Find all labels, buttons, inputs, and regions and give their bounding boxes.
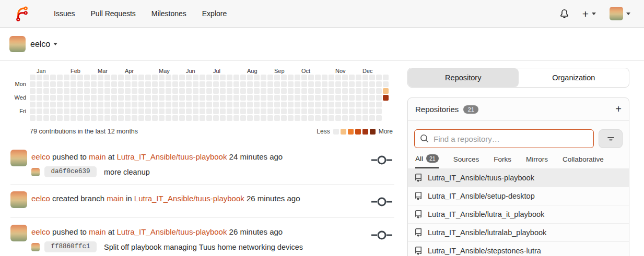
tab-organization[interactable]: Organization: [519, 68, 629, 87]
feed-item: eelco pushed to main at Lutra_IT_Ansible…: [10, 143, 394, 184]
add-repository-button[interactable]: +: [615, 103, 622, 115]
heatmap-cell: [71, 108, 76, 114]
tab-repository[interactable]: Repository: [408, 68, 519, 87]
actor-link[interactable]: eelco: [31, 227, 50, 236]
heatmap-cell: [152, 81, 158, 87]
commit-message: more cleanup: [104, 168, 150, 176]
repo-search-input[interactable]: [415, 135, 593, 143]
heatmap-cell: [335, 95, 341, 101]
username-dropdown[interactable]: eelco: [30, 40, 57, 49]
repo-list-item[interactable]: Lutra_IT_Ansible/stepstones-lutra: [408, 241, 629, 256]
nav-link-milestones[interactable]: Milestones: [144, 0, 194, 28]
repo-link[interactable]: Lutra_IT_Ansible/tuus-playbook: [116, 152, 227, 161]
heatmap-month-labels: JanFebMarAprMayJunJulAugSepOctNovDec: [30, 68, 394, 74]
commit-hash-link[interactable]: da6f0ce639: [44, 166, 97, 177]
repo-list-item[interactable]: Lutra_IT_Ansible/lutralab_playbook: [408, 223, 629, 241]
heatmap-cell: [322, 108, 327, 114]
actor-avatar[interactable]: [10, 191, 27, 208]
heatmap-cell: [267, 115, 273, 121]
heatmap-cell: [179, 75, 185, 80]
heatmap-cell: [247, 81, 253, 87]
heatmap-cell: [193, 102, 198, 107]
heatmap-cell: [240, 115, 246, 121]
heatmap-cell: [111, 81, 117, 87]
heatmap-cell: [362, 115, 368, 121]
heatmap-cell: [186, 95, 192, 101]
profile-avatar[interactable]: [9, 36, 26, 52]
heatmap-cell: [213, 115, 219, 121]
heatmap-cell: [362, 88, 368, 94]
branch-link[interactable]: main: [107, 194, 124, 203]
filter-icon: [606, 135, 615, 143]
heatmap-cell: [233, 108, 239, 114]
notifications-bell-icon[interactable]: [560, 9, 569, 18]
heatmap-cell: [322, 115, 327, 121]
heatmap-cell: [172, 95, 178, 101]
heatmap-cell: [295, 81, 300, 87]
repo-filter-tab-all[interactable]: All 21: [415, 154, 439, 168]
repo-link[interactable]: Lutra_IT_Ansible/tuus-playbook: [134, 194, 244, 203]
heatmap-cell: [186, 75, 192, 80]
filter-count-badge: 21: [426, 154, 439, 163]
actor-avatar[interactable]: [10, 225, 27, 241]
heatmap-cell: [213, 88, 219, 94]
repo-list-item[interactable]: Lutra_IT_Ansible/lutra_it_playbook: [408, 205, 629, 223]
heatmap-cell: [132, 81, 137, 87]
heatmap-cell: [118, 115, 124, 121]
create-new-dropdown[interactable]: +: [582, 8, 596, 19]
month-label: Jul: [213, 68, 220, 74]
heatmap-cell: [166, 88, 171, 94]
heatmap-cell: [356, 102, 361, 107]
heatmap-cell: [233, 115, 239, 121]
actor-avatar[interactable]: [10, 150, 27, 166]
heatmap-cell: [193, 88, 198, 94]
plus-icon: +: [582, 8, 589, 19]
heatmap-cell: [84, 108, 90, 114]
heatmap-cell: [274, 88, 280, 94]
heatmap-cell: [132, 108, 137, 114]
heatmap-cell: [274, 102, 280, 107]
nav-link-explore[interactable]: Explore: [194, 0, 235, 28]
actor-link[interactable]: eelco: [31, 194, 50, 203]
heatmap-cell: [369, 108, 375, 114]
heatmap-cell: [227, 102, 232, 107]
heatmap-cell: [288, 95, 294, 101]
branch-link[interactable]: main: [89, 227, 106, 236]
repo-list-item[interactable]: Lutra_IT_Ansible/tuus-playbook: [408, 168, 629, 187]
heatmap-cell: [329, 81, 334, 87]
heatmap-cell: [104, 108, 110, 114]
committer-avatar: [31, 243, 40, 251]
sidebar-tabs: Repository Organization: [407, 68, 629, 88]
repo-filter-tab-mirrors[interactable]: Mirrors: [526, 154, 548, 168]
heatmap-cell: [64, 75, 69, 80]
heatmap-cell: [362, 75, 368, 80]
heatmap-cell: [132, 95, 137, 101]
nav-link-pull-requests[interactable]: Pull Requests: [83, 0, 143, 28]
forgejo-logo-icon[interactable]: [14, 5, 30, 22]
heatmap-cell: [104, 115, 110, 121]
heatmap-cell: [329, 102, 334, 107]
heatmap-cell: [30, 88, 36, 94]
branch-link[interactable]: main: [89, 152, 106, 161]
repo-link[interactable]: Lutra_IT_Ansible/tuus-playbook: [116, 227, 227, 236]
repo-filter-tab-collaborative[interactable]: Collaborative: [563, 154, 604, 168]
heatmap-cell: [91, 88, 97, 94]
heatmap-cell: [172, 108, 178, 114]
heatmap-cell: [288, 75, 294, 80]
user-menu-dropdown[interactable]: [610, 7, 630, 20]
heatmap-cell: [179, 108, 185, 114]
repo-filter-tab-forks[interactable]: Forks: [494, 154, 511, 168]
repo-filter-tab-sources[interactable]: Sources: [453, 154, 479, 168]
heatmap-cell: [166, 102, 171, 107]
heatmap-cell: [281, 81, 287, 87]
action-text: created branch: [52, 194, 104, 203]
filter-button[interactable]: [599, 129, 623, 148]
heatmap-cell: [159, 88, 165, 94]
nav-link-issues[interactable]: Issues: [46, 0, 83, 28]
repo-list-item[interactable]: Lutra_IT_Ansible/setup-desktop: [408, 187, 629, 205]
heatmap-cell: [37, 115, 42, 121]
actor-link[interactable]: eelco: [31, 152, 50, 161]
month-label: Feb: [71, 68, 80, 74]
heatmap-cell: [329, 95, 334, 101]
commit-hash-link[interactable]: ff8860ffc1: [44, 241, 97, 252]
